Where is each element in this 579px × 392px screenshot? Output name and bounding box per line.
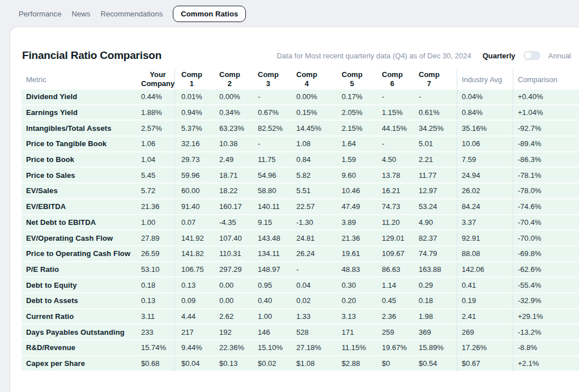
metric-cell: Days Payables Outstanding	[22, 325, 135, 340]
column-header-comp-2: Comp2	[213, 69, 252, 90]
value-cell: -89.4%	[513, 137, 579, 152]
ratio-table: MetricYourCompanyComp1Comp2Comp3Comp4Com…	[22, 69, 579, 372]
value-cell: -	[376, 137, 412, 152]
value-cell: -	[252, 90, 290, 105]
metric-cell: Price to Sales	[22, 168, 135, 184]
value-cell: 1.00	[135, 215, 174, 231]
value-cell: 91.40	[174, 199, 213, 215]
value-cell: 3.89	[335, 215, 376, 231]
value-cell: 0.19	[457, 293, 513, 309]
table-row: R&D/Revenue15.74%9.44%22.36%15.10%27.18%…	[22, 340, 579, 356]
value-cell: 0.00%	[213, 90, 252, 105]
value-cell: 141.82	[174, 246, 213, 262]
value-cell: -92.7%	[513, 121, 579, 137]
metric-cell: Debt to Assets	[22, 293, 135, 309]
value-cell: 1.00	[252, 309, 290, 325]
column-header-comparison: Comparison	[513, 69, 579, 90]
value-cell: 0.13	[174, 278, 213, 293]
value-cell: 0.20	[335, 293, 376, 309]
value-cell: 0.41	[457, 278, 513, 293]
value-cell: 5.37%	[174, 121, 213, 137]
metric-cell: P/E Ratio	[22, 262, 135, 278]
value-cell: 2.41	[457, 309, 513, 325]
value-cell: 74.79	[412, 246, 457, 262]
value-cell: 192	[213, 325, 252, 340]
value-cell: 0.09	[174, 293, 213, 309]
value-cell: 0.02	[290, 293, 335, 309]
value-cell: +29.1%	[513, 309, 579, 325]
value-cell: -74.6%	[513, 199, 579, 215]
metric-cell: R&D/Revenue	[22, 340, 135, 356]
table-row: Price to Tangible Book1.0632.1610.38-1.0…	[22, 137, 579, 152]
value-cell: 0.30	[335, 278, 376, 293]
value-cell: +0.40%	[513, 90, 579, 105]
table-row: Dividend Yield0.44%0.01%0.00%-0.00%0.17%…	[22, 90, 579, 105]
value-cell: 1.59	[335, 152, 376, 168]
toggle-quarterly-label[interactable]: Quarterly	[483, 52, 516, 60]
value-cell: 2.57%	[135, 121, 174, 137]
tab-recommendations[interactable]: Recommendations	[100, 6, 163, 22]
value-cell: 11.15%	[335, 340, 376, 356]
header-row: MetricYourCompanyComp1Comp2Comp3Comp4Com…	[22, 69, 579, 90]
value-cell: 129.01	[376, 231, 412, 246]
value-cell: 0.01%	[174, 90, 213, 105]
value-cell: 0.00	[213, 278, 252, 293]
value-cell: 18.22	[213, 184, 252, 199]
value-cell: 109.67	[376, 246, 412, 262]
value-cell: 528	[290, 325, 335, 340]
value-cell: 13.78	[376, 168, 412, 184]
metric-cell: Price to Book	[22, 152, 135, 168]
value-cell: 0.00	[213, 293, 252, 309]
value-cell: 60.00	[174, 184, 213, 199]
value-cell: 15.74%	[135, 340, 174, 356]
value-cell: 1.64	[335, 137, 376, 152]
value-cell: 0.45	[376, 293, 412, 309]
value-cell: 297.29	[213, 262, 252, 278]
tab-news[interactable]: News	[72, 6, 91, 22]
table-body: Dividend Yield0.44%0.01%0.00%-0.00%0.17%…	[22, 90, 579, 372]
value-cell: 88.08	[457, 246, 513, 262]
value-cell: 10.38	[213, 137, 252, 152]
value-cell: 1.15%	[376, 105, 412, 121]
period-toggle-switch[interactable]	[523, 51, 540, 60]
panel-header: Financial Ratio Comparison Data for Most…	[10, 27, 579, 62]
value-cell: -4.35	[213, 215, 252, 231]
tab-common-ratios[interactable]: Common Ratios	[173, 6, 246, 22]
metric-cell: Intangibles/Total Assets	[22, 121, 135, 137]
metric-cell: Price to Operating Cash Flow	[22, 246, 135, 262]
value-cell: 16.21	[376, 184, 412, 199]
value-cell: 53.24	[412, 199, 457, 215]
value-cell: 107.40	[213, 231, 252, 246]
value-cell: 82.37	[412, 231, 457, 246]
value-cell: 19.67%	[376, 340, 412, 356]
table-row: Current Ratio3.114.442.621.001.333.132.3…	[22, 309, 579, 325]
value-cell: $0.67	[457, 356, 513, 372]
value-cell: 2.15%	[335, 121, 376, 137]
value-cell: $0.04	[174, 356, 213, 372]
value-cell: 4.44	[174, 309, 213, 325]
table-row: EV/Sales5.7260.0018.2258.805.5110.4616.2…	[22, 184, 579, 199]
value-cell: 24.81	[290, 231, 335, 246]
toggle-annual-label[interactable]: Annual	[548, 52, 571, 60]
value-cell: 4.50	[376, 152, 412, 168]
value-cell: 1.98	[412, 309, 457, 325]
value-cell: 82.52%	[252, 121, 290, 137]
tab-performance[interactable]: Performance	[19, 6, 62, 22]
value-cell: -70.4%	[513, 215, 579, 231]
value-cell: -86.3%	[513, 152, 579, 168]
value-cell: 146	[252, 325, 290, 340]
value-cell: 18.71	[213, 168, 252, 184]
value-cell: 17.26%	[457, 340, 513, 356]
value-cell: 11.77	[412, 168, 457, 184]
value-cell: -	[252, 137, 290, 152]
value-cell: 4.90	[412, 215, 457, 231]
page-title: Financial Ratio Comparison	[22, 49, 161, 62]
value-cell: 5.01	[412, 137, 457, 152]
value-cell: 106.75	[174, 262, 213, 278]
value-cell: 26.02	[457, 184, 513, 199]
value-cell: 1.33	[290, 309, 335, 325]
value-cell: 5.82	[290, 168, 335, 184]
value-cell: 369	[412, 325, 457, 340]
value-cell: -	[376, 90, 412, 105]
value-cell: 0.40	[252, 293, 290, 309]
